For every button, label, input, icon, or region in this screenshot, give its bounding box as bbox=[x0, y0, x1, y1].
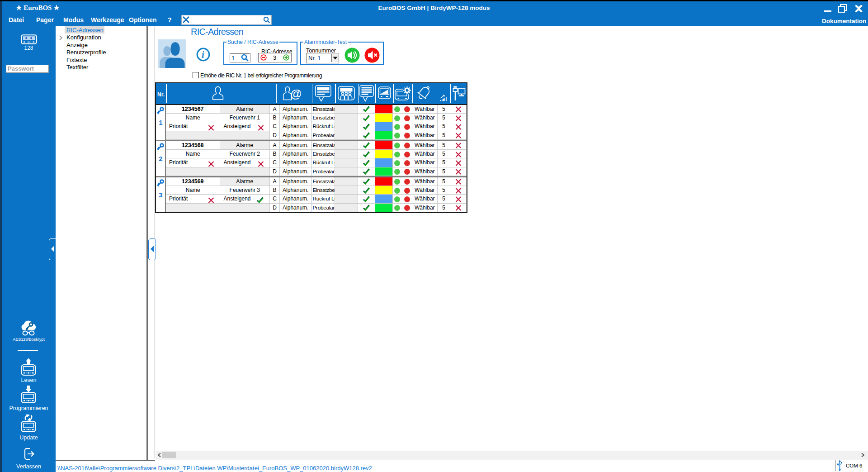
svg-text:@: @ bbox=[290, 87, 301, 100]
svg-text:i: i bbox=[202, 49, 204, 60]
